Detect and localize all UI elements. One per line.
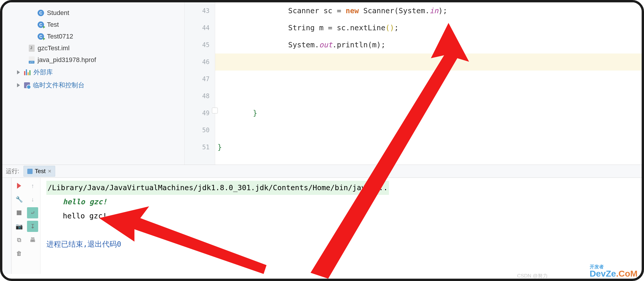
layout-button[interactable]: ⧉ xyxy=(14,234,25,245)
tree-label: 外部库 xyxy=(33,68,53,77)
code-line xyxy=(215,71,642,88)
run-panel-label: 运行: xyxy=(6,167,19,175)
wrap-icon: ⤶ xyxy=(30,209,35,216)
screenshot-button[interactable]: 📷 xyxy=(14,221,25,232)
line-number: 46 xyxy=(185,53,210,71)
tree-label: Student xyxy=(47,9,69,17)
stop-icon xyxy=(17,210,21,215)
run-tabs-bar: 运行: Test × xyxy=(2,165,642,178)
code-line xyxy=(215,88,642,105)
chevron-right-icon xyxy=(17,70,20,74)
tree-label: java_pid31978.hprof xyxy=(38,56,96,64)
code-area[interactable]: Scanner sc = new Scanner(System.in); Str… xyxy=(215,2,642,165)
scratches-icon xyxy=(24,82,30,88)
layout-icon: ⧉ xyxy=(17,237,21,243)
tree-label: Test0712 xyxy=(47,33,73,40)
fold-marker-icon[interactable] xyxy=(212,108,218,113)
hprof-file-icon xyxy=(29,56,35,63)
class-runnable-icon: C xyxy=(38,21,44,28)
project-tree[interactable]: C Student C Test C Test0712 gzcTest.iml … xyxy=(2,2,184,165)
console-stdin: hello gzc! xyxy=(46,195,636,209)
arrow-down-icon: ↓ xyxy=(31,196,34,203)
tree-label: 临时文件和控制台 xyxy=(33,81,85,90)
code-line: } xyxy=(215,105,642,122)
scroll-to-end-button[interactable]: ↧ xyxy=(27,221,38,232)
application-icon xyxy=(27,169,33,174)
delete-button[interactable]: 🗑 xyxy=(14,248,25,259)
watermark-devze: 开发者 DevZe.CoM xyxy=(590,265,638,279)
run-tab-label: Test xyxy=(35,168,46,175)
down-button[interactable]: ↓ xyxy=(27,194,38,205)
code-line: } xyxy=(215,139,642,156)
tree-label: gzcTest.iml xyxy=(38,44,70,52)
line-number: 47 xyxy=(185,71,210,88)
line-number: 45 xyxy=(185,36,210,53)
class-runnable-icon: C xyxy=(38,33,44,40)
tree-item-hprof[interactable]: java_pid31978.hprof xyxy=(2,54,184,66)
line-number: 50 xyxy=(185,122,210,139)
iml-file-icon xyxy=(29,45,35,52)
tree-label: Test xyxy=(47,21,59,29)
code-line: Scanner sc = new Scanner(System.in); xyxy=(215,2,642,19)
tree-item-student[interactable]: C Student xyxy=(2,7,184,19)
tree-item-scratches[interactable]: 临时文件和控制台 xyxy=(2,79,184,92)
tree-item-test0712[interactable]: C Test0712 xyxy=(2,31,184,42)
tree-item-iml[interactable]: gzcTest.iml xyxy=(2,42,184,54)
run-toolbar: ↑ 🔧 ↓ ⤶ 📷 ↧ ⧉ 🖶 🗑 xyxy=(12,178,41,274)
scroll-end-icon: ↧ xyxy=(30,223,35,230)
line-number: 49 xyxy=(185,105,210,122)
line-number: 51 xyxy=(185,139,210,156)
library-icon xyxy=(24,69,31,75)
line-number: 43 xyxy=(185,2,210,19)
console-exit-message: 进程已结束,退出代码0 xyxy=(46,237,636,251)
class-icon: C xyxy=(38,10,44,16)
close-icon[interactable]: × xyxy=(48,168,51,175)
code-line xyxy=(215,122,642,139)
camera-icon: 📷 xyxy=(16,223,23,230)
line-number: 44 xyxy=(185,19,210,36)
trash-icon: 🗑 xyxy=(16,250,22,257)
soft-wrap-button[interactable]: ⤶ xyxy=(27,207,38,218)
side-rail xyxy=(2,178,12,274)
settings-button[interactable]: 🔧 xyxy=(14,194,25,205)
editor-gutter: 43 44 45 46 47 48 49 50 51 xyxy=(185,2,215,165)
code-line-current xyxy=(215,53,642,71)
wrench-icon: 🔧 xyxy=(16,196,23,203)
arrow-up-icon: ↑ xyxy=(31,183,34,189)
console-command: /Library/Java/JavaVirtualMachines/jdk1.8… xyxy=(46,181,389,195)
chevron-right-icon xyxy=(17,83,20,87)
line-number: 48 xyxy=(185,88,210,105)
code-editor[interactable]: 43 44 45 46 47 48 49 50 51 Scanner sc = … xyxy=(184,2,642,165)
watermark-csdn: CSDN @努力 xyxy=(517,272,548,279)
play-icon xyxy=(17,183,21,189)
tree-item-external-libs[interactable]: 外部库 xyxy=(2,66,184,79)
code-line: String m = sc.nextLine(); xyxy=(215,19,642,36)
run-tool-window: 运行: Test × ↑ 🔧 ↓ ⤶ 📷 ↧ ⧉ 🖶 🗑 xyxy=(2,165,642,274)
code-line: System.out.println(m); xyxy=(215,36,642,53)
console-stdout: hello gzc! xyxy=(46,209,636,223)
run-tab-test[interactable]: Test × xyxy=(23,166,55,177)
print-button[interactable]: 🖶 xyxy=(27,234,38,245)
tree-item-test[interactable]: C Test xyxy=(2,19,184,31)
rerun-button[interactable] xyxy=(14,180,25,191)
stop-button[interactable] xyxy=(14,207,25,218)
up-button[interactable]: ↑ xyxy=(27,180,38,191)
printer-icon: 🖶 xyxy=(30,237,36,243)
console-output[interactable]: /Library/Java/JavaVirtualMachines/jdk1.8… xyxy=(41,178,642,274)
